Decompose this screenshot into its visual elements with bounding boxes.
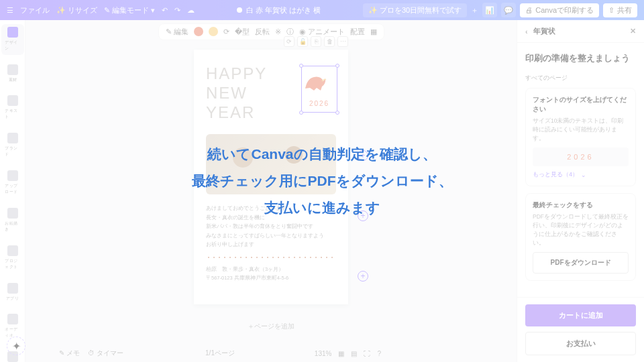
font-card-title: フォントのサイズを上げてください xyxy=(533,95,629,114)
plus-icon[interactable]: ＋ xyxy=(471,5,478,15)
hamburger-icon[interactable]: ☰ xyxy=(7,6,13,15)
try-pro-button[interactable]: ✨ プロを30日間無料で試す xyxy=(363,3,467,17)
pdf-download-button[interactable]: PDFをダウンロード xyxy=(533,252,629,274)
stamp-year: 2026 xyxy=(302,100,337,107)
redo-icon[interactable]: ↷ xyxy=(174,6,180,15)
more-link[interactable]: もっと見る（4） ⌄ xyxy=(533,170,629,179)
tb-flip[interactable]: 反転 xyxy=(255,27,270,37)
sidebar-tab-apps[interactable]: アプリ xyxy=(1,280,24,304)
timer-button[interactable]: ⏱ タイマー xyxy=(88,349,123,358)
final-card-title: 最終チェックをする xyxy=(533,200,629,210)
page-view-icon[interactable]: ▤ xyxy=(351,350,357,357)
share-button[interactable]: ⇧ 共有 xyxy=(603,3,637,17)
selected-stamp-element[interactable]: 2026 xyxy=(301,66,337,113)
tb-position[interactable]: 配置 xyxy=(350,27,365,37)
final-card-desc: PDFをダウンロードして最終校正を行い、印刷後にデザインがどのように仕上がるかを… xyxy=(533,213,629,247)
tb-edit[interactable]: ✎ 編集 xyxy=(166,27,189,37)
doc-title[interactable]: 白 赤 年賀状 はがき 横 xyxy=(201,5,356,15)
tb-sync-icon[interactable]: ⟳ xyxy=(223,27,229,36)
back-icon[interactable]: ‹ xyxy=(525,27,528,36)
year-preview[interactable]: 2026 xyxy=(533,147,629,166)
sidebar-tab-elements[interactable]: 素材 xyxy=(1,62,24,86)
pc-more-icon[interactable]: ⋯ xyxy=(337,36,348,47)
grid-view-icon[interactable]: ▦ xyxy=(338,350,344,357)
font-size-card: フォントのサイズを上げてください サイズ10未満のテキストは、印刷時に読みにくい… xyxy=(525,88,636,186)
add-page-button[interactable]: ＋ページを追加 xyxy=(248,322,294,331)
photo-placeholder[interactable] xyxy=(206,134,336,194)
add-to-cart-button[interactable]: カートに追加 xyxy=(525,304,636,326)
sidebar-tab-upload[interactable]: アップロード xyxy=(1,168,24,198)
address-text[interactable]: 柏原 敦・果歩・真衣（3ヶ月） 〒567-0123 兵庫県神戸市東町4-5-6 xyxy=(206,265,336,283)
side-add-right3[interactable]: + xyxy=(358,271,368,282)
horse-icon xyxy=(302,72,329,92)
menu-file[interactable]: ファイル xyxy=(20,5,50,15)
tb-transparency-icon[interactable]: ▦ xyxy=(370,27,377,36)
fullscreen-icon[interactable]: ⛶ xyxy=(364,350,370,357)
close-icon[interactable]: ✕ xyxy=(630,27,636,36)
print-panel: ‹ 年賀状 ✕ 印刷の準備を整えましょう すべてのページ フォントのサイズを上げ… xyxy=(517,20,644,362)
pc-lock-icon[interactable]: 🔓 xyxy=(297,36,308,47)
font-card-desc: サイズ10未満のテキストは、印刷時に読みにくい可能性があります。 xyxy=(533,117,629,142)
chevron-down-icon: ⌄ xyxy=(581,172,586,178)
tb-effects-icon[interactable]: ※ xyxy=(275,27,281,36)
color-swatch-2[interactable] xyxy=(209,27,218,36)
design-page[interactable]: ⟳ 🔓 ⎘ 🗑 ⋯ HAPPY NEW YEAR 2026 xyxy=(194,50,348,304)
pc-copy-icon[interactable]: ⎘ xyxy=(311,36,321,47)
menu-edit-mode[interactable]: ✎ 編集モード ▾ xyxy=(104,5,155,15)
greeting-text[interactable]: あけましておめでとうございます 長女・真衣の誕生を機に 新米パパ・敦は半年の育休… xyxy=(206,204,336,249)
sidebar-tab-text[interactable]: テキスト xyxy=(1,93,24,123)
top-bar: ☰ ファイル ✨ リサイズ ✎ 編集モード ▾ ↶ ↷ ☁ 白 赤 年賀状 はが… xyxy=(0,0,644,20)
left-sidebar: デザイン 素材 テキスト ブランド アップロード お絵描き プロジェクト アプリ… xyxy=(0,20,25,362)
context-toolbar: ✎ 編集 ⟳ �型 反転 ※ ⓘ ◉ アニメート 配置 ▦ xyxy=(25,20,517,43)
final-check-card: 最終チェックをする PDFをダウンロードして最終校正を行い、印刷後にデザインがど… xyxy=(525,193,636,281)
chart-icon[interactable]: 📊 xyxy=(482,3,497,17)
all-pages-label: すべてのページ xyxy=(525,74,636,82)
comment-icon[interactable]: 💬 xyxy=(501,3,516,17)
side-add-right[interactable]: + xyxy=(358,150,368,161)
assistant-fab[interactable]: ✦ xyxy=(7,337,25,355)
cloud-icon[interactable]: ☁ xyxy=(187,6,195,15)
tb-info-icon[interactable]: ⓘ xyxy=(286,27,294,37)
pay-button[interactable]: お支払い xyxy=(525,332,636,355)
footer-bar: ✎ メモ ⏱ タイマー 1/1ページ 131% ▦ ▤ ⛶ ? xyxy=(51,345,389,362)
sidebar-tab-brand[interactable]: ブランド xyxy=(1,130,24,161)
undo-icon[interactable]: ↶ xyxy=(162,6,168,15)
help-icon[interactable]: ? xyxy=(377,350,381,357)
print-button[interactable]: 🖨 Canvaで印刷する xyxy=(520,3,599,17)
pc-trash-icon[interactable]: 🗑 xyxy=(324,36,335,47)
pc-sync-icon[interactable]: ⟳ xyxy=(284,36,294,47)
menu-resize[interactable]: ✨ リサイズ xyxy=(56,5,97,15)
panel-title: 年賀状 xyxy=(533,26,555,36)
sidebar-tab-projects[interactable]: プロジェクト xyxy=(1,243,24,274)
zoom-level[interactable]: 131% xyxy=(315,350,332,357)
sidebar-tab-design[interactable]: デザイン xyxy=(1,24,24,55)
dot-divider xyxy=(206,256,336,259)
tb-animate[interactable]: ◉ アニメート xyxy=(299,27,345,37)
page-controls: ⟳ 🔓 ⎘ 🗑 ⋯ xyxy=(284,36,348,47)
side-add-right2[interactable]: + xyxy=(358,210,368,221)
panel-heading: 印刷の準備を整えましょう xyxy=(525,52,636,64)
autosave-dot xyxy=(237,7,242,13)
color-swatch-1[interactable] xyxy=(194,27,203,36)
tb-crop-icon[interactable]: �型 xyxy=(235,27,250,37)
notes-button[interactable]: ✎ メモ xyxy=(59,349,80,358)
page-indicator[interactable]: 1/1ページ xyxy=(205,349,235,358)
sidebar-tab-draw[interactable]: お絵描き xyxy=(1,205,24,236)
